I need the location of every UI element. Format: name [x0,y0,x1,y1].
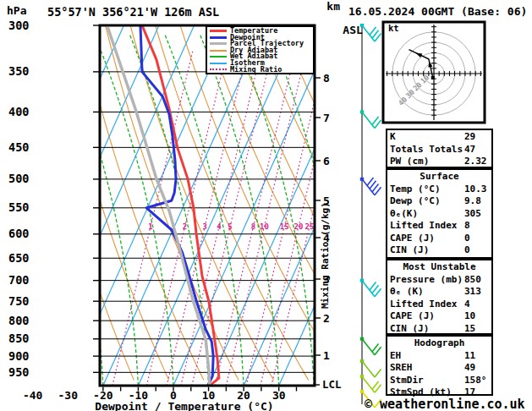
lcl-label: LCL [322,378,342,391]
stat-value: 0 [464,244,489,257]
stat-value: 29 [464,131,489,144]
wet-adiabat-line [305,34,385,386]
km-tick-label: 1 [323,349,330,362]
wind-barb-shaft [362,281,375,297]
stat-label: SREH [390,362,464,375]
pressure-tick-label: 500 [8,172,29,185]
isotherm-line [209,25,370,386]
mixing-ratio-value-label: 2 [183,222,187,231]
stat-value: 2.32 [464,156,489,168]
dry-adiabat-line [30,25,134,381]
pressure-tick-label: 900 [8,349,29,363]
stat-row: CAPE (J)0 [387,233,491,245]
dewpoint-legend-swatch [210,36,227,39]
pressure-tick-label: 350 [8,64,29,78]
pressure-tick-label: 550 [8,200,29,214]
stats-box-most-unstable: Most UnstablePressure (mb)850θₑ (K)313Li… [386,259,493,335]
stat-label: Lifted Index [390,299,464,311]
stat-row: K29 [387,131,491,144]
stat-row: PW (cm)2.32 [387,156,491,168]
stat-value: 11 [464,350,489,363]
mixing-ratio-value-label: 25 [305,222,315,231]
stat-label: CIN (J) [390,244,464,257]
wet-adiabat-legend-swatch [210,56,227,58]
parcel-trajectory-legend-swatch [210,42,227,45]
mixing-ratio-line [167,51,247,386]
stats-box-header: Hodograph [387,337,491,350]
stat-value: 47 [464,144,489,156]
stat-value: 9.8 [464,195,489,208]
stat-label: Totals Totals [390,144,464,156]
km-tick-label: 8 [323,72,330,85]
axis-ticks-and-labels: 3003504004505005506006507007508008509009… [8,19,342,411]
mixing-ratio-value-label: 5 [228,222,232,231]
stat-row: Totals Totals47 [387,144,491,156]
stat-label: CIN (J) [390,323,464,336]
temperature-tick-label: -40 [23,389,43,402]
isotherm-line [173,25,335,386]
pressure-tick-label: 700 [8,273,29,287]
stat-row: StmDir158° [387,375,491,387]
pressure-tick-label: 950 [8,365,29,379]
wind-barb-column [360,24,381,408]
datetime-label: 16.05.2024 00GMT (Base: 06) [348,5,527,18]
mixing-ratio-legend-swatch [210,68,227,70]
stat-row: Lifted Index4 [387,299,491,311]
pressure-tick-label: 650 [8,251,29,265]
wind-barb-shaft [362,376,375,392]
stat-label: PW (cm) [390,156,464,168]
stat-label: θₑ(K) [390,208,464,221]
mixing-ratio-value-label: 4 [217,222,222,231]
stat-label: K [390,131,464,144]
pressure-axis-unit: hPa [7,4,26,17]
legend-item: Mixing Ratio [210,67,313,74]
stat-label: EH [390,350,464,363]
stats-box-indices: K29Totals Totals47PW (cm)2.32 [386,129,493,168]
x-axis-title: Dewpoint / Temperature (°C) [95,400,273,411]
stat-label: StmDir [390,375,464,387]
mixing-ratio-value-label: 20 [294,222,304,231]
legend-item-label: Mixing Ratio [230,67,282,74]
asl-label: ASL [343,24,362,36]
stats-box-header: Surface [387,171,491,184]
mixing-ratio-value-label: 10 [260,222,269,231]
stat-row: EH11 [387,350,491,363]
stats-box-surface: SurfaceTemp (°C)10.3Dewp (°C)9.8θₑ(K)305… [386,168,493,259]
stat-row: Dewp (°C)9.8 [387,195,491,208]
temperature-tick-label: -30 [58,389,79,402]
km-label: km [326,0,340,13]
pressure-tick-label: 800 [8,314,29,327]
stat-value: 158° [464,375,489,387]
stat-value: 10.3 [464,184,489,196]
dry-adiabat-legend-swatch [210,50,227,52]
stat-row: CAPE (J)10 [387,310,491,323]
stat-row: CIN (J)15 [387,323,491,336]
stat-value: 15 [464,323,489,336]
stat-value: 8 [464,220,489,233]
km-tick-label: 7 [323,112,330,124]
stat-row: Lifted Index8 [387,220,491,233]
wind-barb-shaft [362,25,375,41]
wind-barb-shaft [362,361,375,377]
stat-label: Temp (°C) [390,184,464,196]
copyright-notice: © weatheronline.co.uk [365,397,525,411]
pressure-tick-label: 450 [8,140,29,154]
stats-box-hodograph: HodographEH11SREH49StmDir158°StmSpd (kt)… [386,335,493,396]
isotherm-legend-swatch [210,63,227,64]
stat-label: Lifted Index [390,220,464,233]
pressure-tick-label: 300 [8,19,29,32]
hodograph-unit-label: kt [388,23,399,33]
dry-adiabat-line [156,25,309,381]
stat-value: 10 [464,310,489,323]
stats-box-header: Most Unstable [387,261,491,274]
km-tick-label: 6 [323,155,330,167]
hodograph-trace-origin-marker [431,76,435,79]
wind-barb-feather [375,369,381,377]
stat-label: CAPE (J) [390,233,464,245]
pressure-tick-label: 750 [8,294,29,308]
temperature-legend-swatch [210,30,227,32]
mixing-ratio-value-label: 1 [148,222,152,231]
sounding-profiles [108,25,219,386]
stat-row: CIN (J)0 [387,244,491,257]
stat-label: Pressure (mb) [390,274,464,287]
